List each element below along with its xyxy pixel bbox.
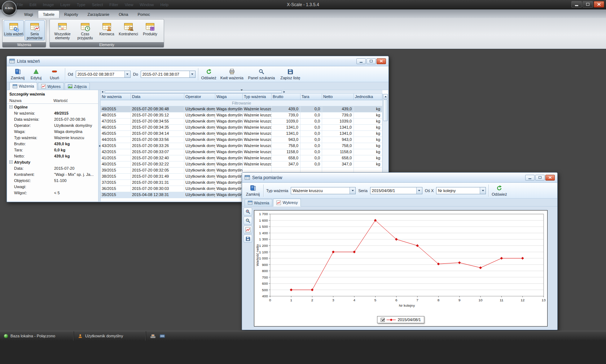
scroll-left-button[interactable] [101, 90, 104, 93]
chart-copy-button[interactable] [243, 226, 252, 234]
grid-row[interactable]: 47/20152015-07-20 08:34:55Użytkownik dom… [101, 119, 382, 125]
tab-wazenia[interactable]: Ważenia [9, 82, 37, 90]
do-date-combo[interactable]: 2015-07-21 08:38:07 [141, 71, 196, 78]
column-header[interactable]: Operator [184, 94, 215, 100]
tab-wazenia[interactable]: Ważenia [245, 199, 272, 206]
details-row[interactable]: Data:2015-07-20 [7, 165, 98, 171]
close-button[interactable] [594, 1, 604, 8]
chart-save-button[interactable] [243, 235, 252, 243]
wszystkie-elementy-button[interactable]: Wszystkie elementy [51, 20, 74, 40]
edytuj-button[interactable]: Edytuj [28, 67, 44, 81]
grid-row[interactable]: 43/20152015-07-20 08:33:26Użytkownik dom… [101, 143, 382, 149]
grid-row[interactable]: 40/20152015-07-20 08:32:22Użytkownik dom… [101, 161, 382, 168]
close-button[interactable] [377, 58, 386, 64]
czas-przyjazdu-button[interactable]: Czas przyjazdu [75, 20, 96, 40]
chevron-down-icon[interactable] [350, 187, 355, 194]
scrollbar-thumb[interactable] [105, 90, 282, 93]
maximize-button[interactable] [583, 1, 593, 8]
column-header[interactable]: Netto [322, 94, 354, 100]
zoom-out-button[interactable] [243, 217, 252, 225]
column-header[interactable]: Waga [215, 94, 243, 100]
column-header[interactable]: Tara [300, 94, 322, 100]
close-button[interactable] [545, 175, 555, 181]
details-row[interactable]: Kontrahent:"Wagi - Mix" sp. j. Ja... [7, 171, 98, 177]
details-row[interactable]: Typ ważenia:Ważenie kruszcu [7, 134, 98, 141]
zamknij-button[interactable]: Zamknij [10, 67, 26, 81]
collapse-icon[interactable] [9, 160, 13, 164]
scale-device-icon[interactable] [150, 333, 156, 338]
minimize-button[interactable] [356, 58, 366, 64]
ribbon-tab-raporty[interactable]: Raporty [60, 10, 83, 18]
zoom-in-button[interactable] [243, 208, 252, 216]
column-header[interactable]: Brutto [272, 94, 300, 100]
details-row[interactable]: Netto:439,0 kg [7, 153, 98, 159]
ribbon-tab-wagi[interactable]: Wagi [19, 10, 38, 18]
column-header[interactable]: Typ ważenia [243, 94, 272, 100]
tab-wykres[interactable]: Wykres [38, 83, 64, 90]
kwit-wazenia-button[interactable]: Kwit ważenia [219, 67, 245, 81]
seria-pomiarow-button[interactable]: Seria pomiarów [25, 20, 45, 40]
grid-row[interactable]: 46/20152015-07-20 08:34:35Użytkownik dom… [101, 125, 382, 131]
scroll-up-button[interactable] [383, 94, 388, 99]
ribbon-tab-pomoc[interactable]: Pomoc [133, 10, 154, 18]
grid-row[interactable]: 41/20152015-07-20 08:32:40Użytkownik dom… [101, 155, 382, 161]
minimize-button[interactable] [525, 175, 535, 181]
details-row[interactable]: Uwagi: [7, 183, 98, 190]
zapisz-liste-button[interactable]: Zapisz listę [278, 67, 302, 81]
app-logo-orb[interactable]: X-SCL [2, 1, 17, 15]
details-row[interactable]: Wilgoć:< 5 [7, 190, 98, 196]
details-col-nazwa[interactable]: Nazwa [9, 98, 53, 103]
od-date-combo[interactable]: 2015-03-02 08:38:07 [76, 71, 131, 78]
grid-row[interactable]: 42/20152015-07-20 08:33:07Użytkownik dom… [101, 149, 382, 155]
details-col-wartosc[interactable]: Wartość [53, 98, 68, 103]
scroll-right-button[interactable] [282, 90, 286, 93]
ribbon-tab-zarzadzanie[interactable]: Zarządzanie [83, 10, 114, 18]
odswiez-button[interactable]: Odśwież [201, 67, 217, 81]
produkty-button[interactable]: Produkty [140, 20, 161, 36]
column-header[interactable]: Data [131, 94, 184, 100]
details-row[interactable]: Brutto:439,0 kg [7, 141, 98, 147]
grid-row[interactable]: 45/20152015-07-20 08:34:14Użytkownik dom… [101, 131, 382, 137]
details-row[interactable]: Objętość:51-100 [7, 177, 98, 183]
keyboard-icon[interactable] [159, 333, 165, 338]
maximize-button[interactable] [535, 175, 545, 181]
chevron-down-icon[interactable] [189, 71, 195, 77]
seria-combo[interactable]: 2015/04/08/1 [370, 187, 422, 194]
lista-titlebar[interactable]: Lista ważeń [7, 56, 388, 66]
chevron-down-icon[interactable] [124, 71, 130, 77]
grid-row[interactable]: 48/20152015-07-20 08:35:12Użytkownik dom… [101, 112, 382, 119]
details-row[interactable]: Operator:Użytkownik domyślny [7, 122, 98, 128]
chevron-down-icon[interactable] [480, 187, 486, 194]
details-row[interactable]: Nr ważenia:49/2015 [7, 110, 98, 116]
zamknij-button[interactable]: Zamknij [245, 183, 261, 198]
os-x-combo[interactable]: Nr kolejny [436, 187, 486, 194]
usun-button[interactable]: Usuń [47, 67, 62, 81]
grid-filter-row[interactable]: Filtrowanie [101, 100, 382, 106]
ribbon-tab-tabele[interactable]: Tabele [38, 10, 60, 18]
details-group-row[interactable]: Atrybuty [7, 159, 98, 165]
kontrahenci-button[interactable]: Kontrahenci [118, 20, 139, 36]
tab-zdjecia[interactable]: Zdjęcia [65, 83, 90, 90]
tab-wykresy[interactable]: Wykresy [273, 199, 301, 207]
legend-checkbox[interactable] [381, 318, 385, 322]
seria-titlebar[interactable]: Seria pomiarów [242, 173, 557, 183]
grid-row[interactable]: 44/20152015-07-20 08:33:56Użytkownik dom… [101, 137, 382, 143]
lista-wazen-button[interactable]: Lista ważeń [4, 20, 24, 36]
column-header[interactable]: Jednostka [354, 94, 382, 100]
details-row[interactable]: Data ważenia:2015-07-20 08:36 [7, 116, 98, 122]
details-row[interactable]: Tara:0,0 kg [7, 147, 98, 153]
grid-row[interactable]: 49/20152015-07-20 08:36:48Użytkownik dom… [101, 106, 382, 112]
odswiez-button[interactable]: Odśwież [491, 183, 507, 198]
collapse-panel-icon[interactable] [99, 145, 100, 147]
panel-szukania-button[interactable]: Panel szukania [247, 67, 276, 81]
details-row[interactable]: Waga:Waga domyślna [7, 128, 98, 134]
details-group-row[interactable]: Ogólne [7, 104, 98, 110]
maximize-button[interactable] [366, 58, 376, 64]
minimize-button[interactable] [571, 1, 582, 8]
typ-wazenia-combo[interactable]: Ważenie kruszcu [291, 187, 356, 194]
chevron-down-icon[interactable] [416, 187, 422, 194]
scrollbar-thumb[interactable] [383, 99, 388, 121]
kierowca-button[interactable]: Kierowca [96, 20, 117, 36]
collapse-icon[interactable] [9, 105, 13, 108]
grid-horizontal-scrollbar[interactable] [101, 90, 382, 94]
